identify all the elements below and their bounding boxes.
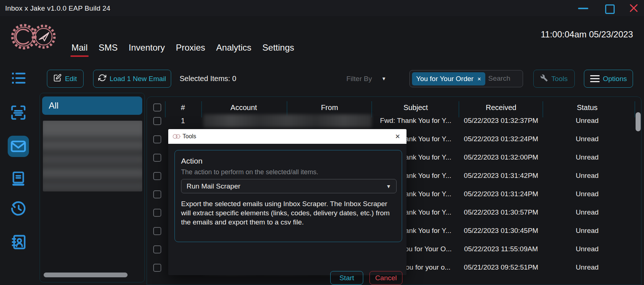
row-received: 05/22/2023 11:55:09AM xyxy=(459,245,543,253)
action-hint: The action to perform on the selected/al… xyxy=(181,168,318,176)
tools-button[interactable]: Tools xyxy=(533,70,575,88)
tools-button-label: Tools xyxy=(551,75,567,83)
redacted-group-list xyxy=(43,121,142,191)
search-filter-tag[interactable]: You for Your Order ✕ xyxy=(412,72,485,85)
filter-by-dropdown[interactable]: Filter By ▼ xyxy=(346,70,396,88)
redacted-account-from xyxy=(203,114,372,128)
group-item-label: All xyxy=(49,101,59,111)
start-button[interactable]: Start xyxy=(330,271,363,285)
search-tag-label: You for Your Order xyxy=(416,75,474,83)
tab-sms[interactable]: SMS xyxy=(99,43,118,53)
row-status: Unread xyxy=(551,190,624,198)
row-received: 05/21/2023 09:52:51PM xyxy=(459,263,543,271)
action-select[interactable]: Run Mail Scraper ▼ xyxy=(181,179,397,193)
remove-tag-icon[interactable]: ✕ xyxy=(477,76,481,82)
row-received: 05/22/2023 01:32:24PM xyxy=(459,135,543,143)
row-checkbox[interactable] xyxy=(153,172,161,180)
options-button-label: Options xyxy=(603,75,627,83)
close-icon[interactable]: ✕ xyxy=(394,132,402,141)
edit-icon xyxy=(54,74,62,84)
refresh-icon xyxy=(98,74,106,84)
search-input[interactable]: You for Your Order ✕ Search xyxy=(409,70,523,87)
row-received: 05/22/2023 01:31:24PM xyxy=(459,190,543,198)
tab-settings[interactable]: Settings xyxy=(262,43,294,53)
cancel-button[interactable]: Cancel xyxy=(369,271,402,285)
chevron-down-icon: ▼ xyxy=(386,183,391,189)
row-checkbox[interactable] xyxy=(153,135,161,143)
mail-icon[interactable] xyxy=(10,138,27,155)
row-status: Unread xyxy=(551,135,624,143)
chevron-down-icon: ▼ xyxy=(382,76,386,81)
row-checkbox[interactable] xyxy=(153,190,161,198)
book-icon[interactable] xyxy=(10,170,27,187)
window-title: Inbox x Jake v1.0.0 EAP Build 24 xyxy=(5,4,110,12)
row-status: Unread xyxy=(551,263,624,271)
row-received: 05/22/2023 01:30:45PM xyxy=(459,227,543,235)
table-row[interactable]: 1 Fwd: Thank You for Y... 05/22/2023 01:… xyxy=(147,112,641,130)
list-icon[interactable] xyxy=(10,70,27,87)
vertical-scrollbar[interactable] xyxy=(636,112,641,131)
group-item-all[interactable]: All xyxy=(42,96,142,115)
close-window-icon[interactable] xyxy=(626,0,642,16)
row-status: Unread xyxy=(551,245,624,253)
tab-mail[interactable]: Mail xyxy=(71,43,88,53)
main-nav: Mail SMS Inventory Proxies Analytics Set… xyxy=(71,43,294,53)
maximize-icon[interactable] xyxy=(601,0,617,16)
select-all-checkbox[interactable] xyxy=(153,103,161,112)
horizontal-scrollbar[interactable] xyxy=(44,273,128,277)
action-description: Export the selected emails using Inbox S… xyxy=(181,199,393,227)
filter-by-label: Filter By xyxy=(346,75,372,83)
scan-text-icon[interactable] xyxy=(10,104,27,121)
load-new-email-button[interactable]: Load 1 New Email xyxy=(93,70,171,88)
action-select-value: Run Mail Scraper xyxy=(187,182,240,190)
row-status: Unread xyxy=(551,153,624,161)
app-logo-icon xyxy=(173,133,181,142)
history-icon[interactable] xyxy=(10,200,27,217)
app-logo-icon xyxy=(10,19,59,56)
row-checkbox[interactable] xyxy=(153,227,161,235)
wrench-icon xyxy=(540,74,548,84)
row-received: 05/22/2023 01:32:37PM xyxy=(459,117,543,125)
row-subject: Fwd: Thank You for Y... xyxy=(372,117,459,125)
row-checkbox[interactable] xyxy=(153,154,161,162)
row-received: 05/22/2023 01:30:57PM xyxy=(459,208,543,216)
hamburger-icon xyxy=(590,75,600,82)
app-window: Inbox x Jake v1.0.0 EAP Build 24 Mail SM… xyxy=(0,0,644,285)
row-status: Unread xyxy=(551,208,624,216)
edit-button-label: Edit xyxy=(65,75,77,83)
tab-analytics[interactable]: Analytics xyxy=(216,43,251,53)
load-button-label: Load 1 New Email xyxy=(110,75,166,83)
edit-button[interactable]: Edit xyxy=(47,70,84,88)
action-label: Action xyxy=(181,157,202,165)
search-placeholder: Search xyxy=(488,74,510,83)
row-number: 1 xyxy=(168,117,198,125)
dialog-titlebar[interactable]: Tools ✕ xyxy=(168,129,406,144)
row-checkbox[interactable] xyxy=(153,264,161,272)
row-checkbox[interactable] xyxy=(153,117,161,125)
action-panel: Action The action to perform on the sele… xyxy=(174,150,402,242)
tab-proxies[interactable]: Proxies xyxy=(176,43,205,53)
tab-inventory[interactable]: Inventory xyxy=(129,43,165,53)
row-received: 05/22/2023 01:31:42PM xyxy=(459,172,543,180)
dialog-title: Tools xyxy=(183,133,196,140)
selected-items-count: Selected Items: 0 xyxy=(180,74,236,83)
row-status: Unread xyxy=(551,117,624,125)
mail-groups-panel: All xyxy=(40,93,145,282)
titlebar: Inbox x Jake v1.0.0 EAP Build 24 xyxy=(0,0,644,16)
row-status: Unread xyxy=(551,227,624,235)
options-button[interactable]: Options xyxy=(584,70,633,88)
contacts-icon[interactable] xyxy=(10,234,27,251)
minimize-icon[interactable] xyxy=(575,0,591,16)
row-checkbox[interactable] xyxy=(153,209,161,217)
tools-dialog: Tools ✕ Action The action to perform on … xyxy=(168,129,406,275)
dialog-body: Action The action to perform on the sele… xyxy=(168,144,406,275)
row-received: 05/22/2023 01:32:00PM xyxy=(459,153,543,161)
row-checkbox[interactable] xyxy=(153,245,161,253)
clock: 11:00:04am 05/23/2023 xyxy=(541,29,633,40)
row-status: Unread xyxy=(551,172,624,180)
